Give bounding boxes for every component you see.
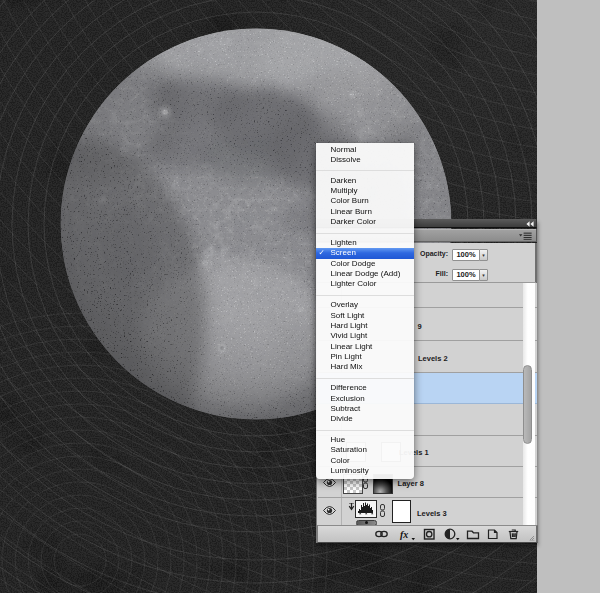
svg-text:fx: fx <box>400 529 408 540</box>
